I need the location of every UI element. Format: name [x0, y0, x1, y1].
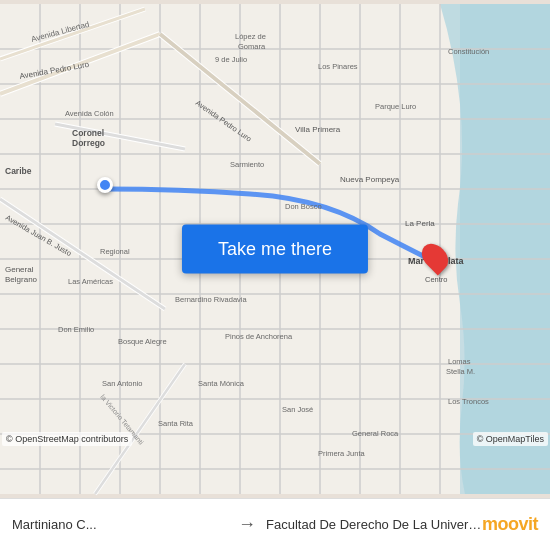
map-container: Avenida Libertad Avenida Pedro Luro Aven… — [0, 0, 550, 498]
svg-text:Stella M.: Stella M. — [446, 367, 475, 376]
svg-text:Nueva Pompeya: Nueva Pompeya — [340, 175, 400, 184]
svg-text:Belgrano: Belgrano — [5, 275, 38, 284]
svg-text:General: General — [5, 265, 34, 274]
svg-text:Gomara: Gomara — [238, 42, 266, 51]
svg-text:San Antonio: San Antonio — [102, 379, 142, 388]
svg-text:Lomas: Lomas — [448, 357, 471, 366]
route-arrow: → — [228, 514, 266, 535]
svg-text:Pinos de Anchorena: Pinos de Anchorena — [225, 332, 293, 341]
svg-text:La Perla: La Perla — [405, 219, 435, 228]
app: Avenida Libertad Avenida Pedro Luro Aven… — [0, 0, 550, 550]
take-me-there-button[interactable]: Take me there — [182, 225, 368, 274]
svg-text:Don Emilio: Don Emilio — [58, 325, 94, 334]
bottom-bar: Martiniano C... → Facultad De Derecho De… — [0, 498, 550, 550]
map-attribution: © OpenStreetMap contributors — [2, 432, 132, 446]
destination-marker — [424, 242, 446, 272]
map-attribution-tiles: © OpenMapTiles — [473, 432, 548, 446]
svg-text:San José: San José — [282, 405, 313, 414]
svg-text:Las Américas: Las Américas — [68, 277, 113, 286]
origin-location: Martiniano C... — [12, 517, 228, 532]
destination-label: Facultad De Derecho De La Univers... — [266, 517, 482, 532]
svg-text:9 de Julio: 9 de Julio — [215, 55, 247, 64]
svg-text:Dorrego: Dorrego — [72, 138, 105, 148]
svg-text:Regional: Regional — [100, 247, 130, 256]
svg-text:Bosque Alegre: Bosque Alegre — [118, 337, 167, 346]
origin-label: Martiniano C... — [12, 517, 228, 532]
origin-marker — [97, 177, 113, 193]
svg-text:Caribe: Caribe — [5, 166, 32, 176]
moovit-wordmark: moovit — [482, 514, 538, 535]
svg-text:Bernardino Rivadavia: Bernardino Rivadavia — [175, 295, 248, 304]
svg-text:Avenida Colón: Avenida Colón — [65, 109, 114, 118]
svg-text:Don Bosco: Don Bosco — [285, 202, 322, 211]
svg-text:Primera Junta: Primera Junta — [318, 449, 366, 458]
svg-text:Coronel: Coronel — [72, 128, 104, 138]
svg-text:Sarmiento: Sarmiento — [230, 160, 264, 169]
svg-text:General Roca: General Roca — [352, 429, 399, 438]
svg-text:Santa Mónica: Santa Mónica — [198, 379, 245, 388]
svg-text:Parque Luro: Parque Luro — [375, 102, 416, 111]
destination-location: Facultad De Derecho De La Univers... — [266, 517, 482, 532]
svg-text:Los Troncos: Los Troncos — [448, 397, 489, 406]
svg-text:Centro: Centro — [425, 275, 448, 284]
svg-text:Santa Rita: Santa Rita — [158, 419, 194, 428]
svg-text:Constitución: Constitución — [448, 47, 489, 56]
moovit-logo: moovit — [482, 514, 538, 535]
svg-text:Villa Primera: Villa Primera — [295, 125, 341, 134]
svg-text:Los Pinares: Los Pinares — [318, 62, 358, 71]
svg-text:López de: López de — [235, 32, 266, 41]
